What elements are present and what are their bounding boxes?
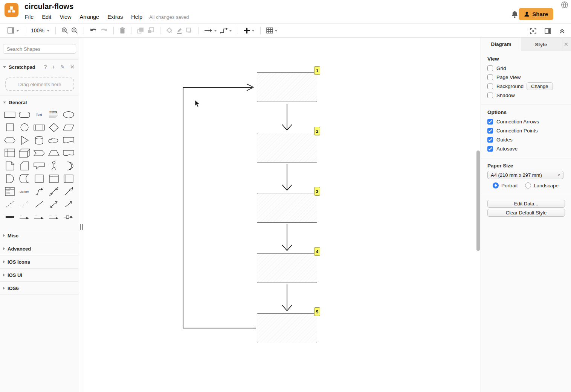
share-button[interactable]: Share bbox=[519, 8, 553, 20]
scratchpad-add-icon[interactable]: + bbox=[52, 64, 55, 70]
shape-curve[interactable] bbox=[32, 185, 46, 198]
scratchpad-section-header[interactable]: Scratchpad ? + ✎ ✕ bbox=[0, 62, 79, 71]
to-front-button[interactable] bbox=[136, 25, 146, 36]
flow-node-4[interactable] bbox=[257, 253, 317, 283]
search-input[interactable] bbox=[3, 46, 75, 52]
section-misc[interactable]: Misc bbox=[0, 231, 79, 240]
shape-dotted-line[interactable] bbox=[17, 198, 32, 211]
shadow-button[interactable] bbox=[184, 25, 194, 36]
shape-document[interactable] bbox=[61, 134, 76, 147]
line-color-button[interactable] bbox=[174, 25, 184, 36]
page-view-toggle-button[interactable] bbox=[6, 25, 21, 36]
shape-card[interactable] bbox=[17, 160, 32, 172]
shape-bidirectional-connector[interactable] bbox=[46, 198, 61, 211]
connection-style-dropdown[interactable] bbox=[203, 25, 218, 36]
checkbox-shadow[interactable]: Shadow bbox=[487, 93, 515, 98]
language-globe-icon[interactable] bbox=[560, 1, 569, 9]
shape-bidirectional-arrow[interactable] bbox=[46, 185, 61, 198]
shape-horizontal-container[interactable] bbox=[61, 172, 76, 185]
shape-container[interactable] bbox=[32, 172, 46, 185]
node-badge[interactable]: 4 bbox=[314, 247, 320, 256]
shape-square[interactable] bbox=[2, 121, 17, 134]
flow-node-5[interactable] bbox=[257, 313, 317, 343]
scratchpad-help-icon[interactable]: ? bbox=[44, 64, 47, 70]
format-panel-toggle-button[interactable] bbox=[543, 26, 553, 36]
menu-view[interactable]: View bbox=[60, 14, 71, 20]
shape-cube[interactable] bbox=[17, 147, 32, 160]
radio-portrait[interactable]: Portrait bbox=[493, 182, 518, 188]
sidebar-resize-handle[interactable] bbox=[80, 224, 83, 230]
delete-button[interactable] bbox=[118, 25, 127, 36]
section-ios6[interactable]: iOS6 bbox=[0, 284, 79, 293]
table-dropdown[interactable] bbox=[265, 25, 279, 36]
shape-actor[interactable] bbox=[46, 160, 61, 172]
checkbox-page-view[interactable]: Page View bbox=[487, 74, 521, 80]
waypoint-style-dropdown[interactable] bbox=[218, 25, 234, 36]
node-badge[interactable]: 3 bbox=[314, 187, 320, 196]
notifications-bell-icon[interactable] bbox=[511, 11, 518, 18]
checkbox-connection-points[interactable]: Connection Points bbox=[487, 128, 538, 134]
checkbox-grid[interactable]: Grid bbox=[487, 65, 506, 71]
shape-tape[interactable] bbox=[61, 147, 76, 160]
shape-diamond[interactable] bbox=[46, 121, 61, 134]
shape-note[interactable] bbox=[2, 160, 17, 172]
paper-size-select[interactable]: A4 (210 mm x 297 mm) ˅ bbox=[487, 171, 563, 179]
tab-diagram[interactable]: Diagram bbox=[481, 38, 521, 51]
node-badge[interactable]: 5 bbox=[314, 307, 320, 316]
checkbox-connection-arrows[interactable]: Connection Arrows bbox=[487, 119, 539, 125]
menu-file[interactable]: File bbox=[25, 14, 34, 20]
shape-line[interactable] bbox=[32, 198, 46, 211]
fullscreen-button[interactable] bbox=[528, 26, 538, 36]
shape-process[interactable] bbox=[32, 121, 46, 134]
shape-heading-textbox[interactable]: Heading bbox=[46, 108, 61, 121]
shape-arrow[interactable] bbox=[61, 185, 76, 198]
edit-data-button[interactable]: Edit Data... bbox=[487, 200, 565, 208]
node-badge[interactable]: 1 bbox=[314, 66, 320, 75]
shape-labeled-connector-3[interactable] bbox=[46, 211, 61, 223]
checkbox-autosave[interactable]: Autosave bbox=[487, 146, 518, 152]
shape-circle[interactable] bbox=[17, 121, 32, 134]
tab-style[interactable]: Style bbox=[521, 38, 561, 51]
scratchpad-edit-icon[interactable]: ✎ bbox=[61, 64, 65, 70]
shape-text[interactable]: Text bbox=[32, 108, 46, 121]
fill-color-button[interactable] bbox=[165, 25, 174, 36]
diagram-canvas[interactable]: 1 2 3 4 5 bbox=[84, 38, 481, 392]
scratchpad-close-icon[interactable]: ✕ bbox=[70, 64, 75, 70]
zoom-level-dropdown[interactable]: 100% bbox=[29, 25, 51, 36]
shape-callout[interactable] bbox=[32, 160, 46, 172]
redo-button[interactable] bbox=[99, 25, 109, 36]
shape-labeled-connector[interactable] bbox=[17, 211, 32, 223]
section-general[interactable]: General bbox=[0, 98, 79, 107]
to-back-button[interactable] bbox=[146, 25, 156, 36]
menu-arrange[interactable]: Arrange bbox=[80, 14, 99, 20]
shape-cloud[interactable] bbox=[46, 134, 61, 147]
shape-trapezoid[interactable] bbox=[46, 147, 61, 160]
shape-data-storage[interactable] bbox=[17, 172, 32, 185]
panel-close-icon[interactable]: ✕ bbox=[561, 38, 571, 51]
shape-or[interactable] bbox=[61, 160, 76, 172]
zoom-out-button[interactable] bbox=[70, 25, 79, 36]
shape-cylinder[interactable] bbox=[32, 134, 46, 147]
zoom-in-button[interactable] bbox=[60, 25, 70, 36]
insert-dropdown[interactable] bbox=[242, 25, 256, 36]
node-badge[interactable]: 2 bbox=[314, 127, 320, 135]
shape-link[interactable] bbox=[2, 211, 17, 223]
section-ios-ui[interactable]: iOS UI bbox=[0, 270, 79, 280]
shape-internal-storage[interactable] bbox=[2, 147, 17, 160]
clear-default-style-button[interactable]: Clear Default Style bbox=[487, 209, 565, 217]
section-advanced[interactable]: Advanced bbox=[0, 244, 79, 253]
canvas-vertical-scrollbar[interactable] bbox=[476, 150, 480, 251]
shape-directional-connector[interactable] bbox=[61, 198, 76, 211]
checkbox-background[interactable]: Background bbox=[487, 84, 524, 89]
shape-and[interactable] bbox=[2, 172, 17, 185]
shape-list-item[interactable]: List Item bbox=[17, 185, 32, 198]
shape-connector-with-symbol[interactable] bbox=[61, 211, 76, 223]
flow-node-2[interactable] bbox=[257, 133, 317, 163]
shape-rounded-rectangle[interactable] bbox=[17, 108, 32, 121]
undo-button[interactable] bbox=[88, 25, 99, 36]
menu-edit[interactable]: Edit bbox=[42, 14, 51, 20]
shape-labeled-connector-2[interactable] bbox=[32, 211, 46, 223]
section-ios-icons[interactable]: iOS Icons bbox=[0, 257, 79, 266]
radio-landscape[interactable]: Landscape bbox=[525, 182, 559, 188]
scratchpad-dropzone[interactable]: Drag elements here bbox=[5, 77, 74, 91]
